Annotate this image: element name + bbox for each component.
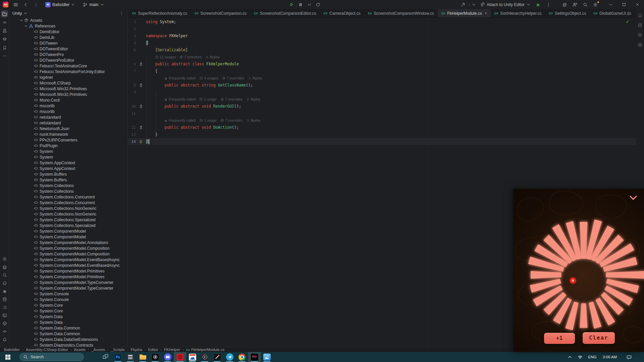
tree-item-System.Data.Common[interactable]: System.Data.Common [9, 325, 127, 331]
tab-SuperReflectionAnomaly.cs[interactable]: C#SuperReflectionAnomaly.cs [128, 9, 191, 17]
tree-item-System.Data.Common[interactable]: System.Data.Common [9, 331, 127, 337]
breadcrumb-item-Assembly-CSharp-Editor[interactable]: Assembly-CSharp-Editor [26, 348, 68, 352]
tree-item-System.ComponentModel[interactable]: System.ComponentModel [9, 228, 127, 234]
tree-item-DOTweenPro[interactable]: DOTweenPro [9, 52, 127, 57]
tree-item-System.Diagnostics.Contracts[interactable]: System.Diagnostics.Contracts [9, 342, 127, 347]
explorer-options-icon[interactable] [119, 11, 124, 16]
tree-item-System.Core[interactable]: System.Core [9, 302, 127, 308]
implementations-gutter-icon[interactable] [136, 126, 146, 129]
branch-selector[interactable]: main [83, 2, 104, 7]
tree-item-Microsoft.Win32.Primitives[interactable]: Microsoft.Win32.Primitives [9, 92, 127, 97]
taskbar-app-cpu-monitor[interactable] [186, 352, 199, 362]
taskbar-app-task-view[interactable] [99, 352, 112, 362]
chevron-down-icon[interactable] [19, 18, 23, 22]
taskbar-app-photos[interactable] [261, 352, 273, 362]
tree-item-System.ComponentModel.TypeConverter[interactable]: System.ComponentModel.TypeConverter [9, 285, 127, 291]
activity-run-icon[interactable] [1, 255, 8, 262]
tree-item-PsdPlugin[interactable]: PsdPlugin [9, 143, 127, 148]
breadcrumb-item-_Assets[interactable]: _Assets [91, 348, 105, 352]
taskbar-app-discord[interactable] [161, 352, 174, 362]
tree-item-System.Collections.Concurrent[interactable]: System.Collections.Concurrent [9, 194, 127, 200]
plus-one-button[interactable]: +1 [544, 333, 575, 344]
tree-item-System.Data[interactable]: System.Data [9, 319, 127, 325]
tree-item-DemiEditor[interactable]: DemiEditor [9, 29, 127, 35]
activity-terminal-icon[interactable] [1, 312, 8, 319]
right-nuget-box-icon[interactable] [637, 31, 644, 38]
activity-search-everywhere-icon[interactable] [1, 272, 8, 279]
tree-item-System.Buffers[interactable]: System.Buffers [9, 171, 127, 177]
tree-item-System.ComponentModel[interactable]: System.ComponentModel [9, 234, 127, 240]
tree-item-mscorlib[interactable]: mscorlib [9, 109, 127, 114]
code-line-11[interactable]: 11 [128, 110, 636, 117]
tree-item-System.ComponentModel.TypeConverter[interactable]: System.ComponentModel.TypeConverter [9, 280, 127, 285]
activity-project-folder-icon[interactable] [1, 10, 8, 17]
activity-structure-icon[interactable] [1, 27, 8, 34]
taskbar-app-rider[interactable]: RD [248, 352, 261, 362]
tree-item-DOTweenProEditor[interactable]: DOTweenProEditor [9, 57, 127, 63]
code-with-me-icon[interactable] [572, 2, 578, 7]
breadcrumb-item-BallsIdler[interactable]: BallsIdler [4, 348, 20, 352]
breadcrumb-item-_Scripts[interactable]: _Scripts [111, 348, 125, 352]
tab-SettingsObject.cs[interactable]: C#SettingsObject.cs [545, 9, 590, 17]
main-menu-icon[interactable] [13, 2, 18, 7]
activity-learn-icon[interactable] [1, 36, 8, 43]
tree-item-nunit.framework[interactable]: nunit.framework [9, 131, 127, 137]
hidden-icons-chevron-icon[interactable] [566, 352, 574, 362]
more-kebab-icon[interactable] [546, 2, 551, 7]
inlay-hint-row[interactable]: Frequently called1 usage7 overridesfkjah… [128, 96, 636, 103]
clear-button[interactable]: Clear [583, 332, 615, 344]
tree-item-Mono.Cecil[interactable]: Mono.Cecil [9, 97, 127, 103]
right-layers-icon[interactable] [637, 41, 644, 48]
project-selector[interactable]: BI BallsIdler [45, 2, 75, 7]
code-line-14[interactable]: 14} [128, 138, 636, 145]
tab-options-icon[interactable] [626, 11, 631, 16]
tree-item-System.Collections.NonGeneric[interactable]: System.Collections.NonGeneric [9, 205, 127, 211]
tree-item-Microsoft.Win32.Primitives[interactable]: Microsoft.Win32.Primitives [9, 86, 127, 92]
tree-item-System.Collections.Concurrent[interactable]: System.Collections.Concurrent [9, 200, 127, 205]
tree-item-DOTween[interactable]: DOTween [9, 40, 127, 46]
build-hammer-icon[interactable] [461, 2, 466, 7]
tree-item-netstandard[interactable]: netstandard [9, 114, 127, 120]
run-config-attach[interactable]: Attach to Unity Editor [477, 0, 533, 9]
tree-item-PPv2URPConverters[interactable]: PPv2URPConverters [9, 137, 127, 143]
language-indicator[interactable]: ENG [586, 352, 598, 362]
tree-item-Febucci.TextAnimatorForUnity.Editor[interactable]: Febucci.TextAnimatorForUnity.Editor [9, 69, 127, 74]
tree-item-DOTweenEditor[interactable]: DOTweenEditor [9, 46, 127, 52]
code-line-4[interactable]: 4{ [128, 40, 636, 47]
tab-ScreenshotCompanion.cs[interactable]: C#ScreenshotCompanion.cs [191, 9, 250, 17]
tree-item-Newtonsoft.Json[interactable]: Newtonsoft.Json [9, 126, 127, 131]
inlay-hint-row[interactable]: 12 usages7 inheritorsfkjaha [128, 54, 636, 61]
intention-bulb-icon[interactable] [136, 140, 146, 144]
forward-icon[interactable] [33, 2, 39, 7]
tree-item-System.Collections[interactable]: System.Collections [9, 188, 127, 194]
tree-item-System.Core[interactable]: System.Core [9, 308, 127, 314]
pause-icon[interactable] [298, 2, 303, 7]
ai-assistant-icon[interactable]: @ [562, 2, 567, 7]
tree-item-mscorlib[interactable]: mscorlib [9, 103, 127, 109]
tab-ScreenshotCompanionWindow.cs[interactable]: C#ScreenshotCompanionWindow.cs [364, 9, 438, 17]
code-line-10[interactable]: 10 public abstract void RenderGUI(); [128, 103, 636, 110]
tree-item-System[interactable]: System [9, 154, 127, 160]
breadcrumb-item-Assets[interactable]: Assets [74, 348, 86, 352]
explorer-header[interactable]: Unity [9, 9, 127, 17]
settings-gear-icon[interactable] [593, 2, 598, 7]
taskbar-app-opera[interactable] [174, 352, 186, 362]
activity-commit-icon[interactable] [1, 19, 8, 26]
collapse-chevron-icon[interactable] [629, 195, 637, 200]
search-everywhere-icon[interactable] [583, 2, 588, 7]
tree-item-Microsoft.CSharp[interactable]: Microsoft.CSharp [9, 80, 127, 86]
tab-ScreenshotCompanionEditor.cs[interactable]: C#ScreenshotCompanionEditor.cs [250, 9, 320, 17]
minimize-button[interactable] [604, 0, 617, 9]
tree-item-System.Data[interactable]: System.Data [9, 314, 127, 319]
breadcrumb-item-Editor[interactable]: Editor [148, 348, 158, 352]
tree-item-log4net[interactable]: log4net [9, 74, 127, 80]
tree-item-System.AppContext[interactable]: System.AppContext [9, 166, 127, 171]
inlay-hint-row[interactable]: Frequently called4 usages7 overridesfkja… [128, 75, 636, 82]
tree-item-System.ComponentModel.EventBasedAsync[interactable]: System.ComponentModel.EventBasedAsync [9, 257, 127, 262]
step-icon[interactable] [307, 2, 312, 7]
code-line-5[interactable]: 5 [Serializable] [128, 47, 636, 54]
tree-item-System.ComponentModel.Composition[interactable]: System.ComponentModel.Composition [9, 251, 127, 257]
notification-center-icon[interactable] [623, 352, 635, 362]
taskbar-search-input[interactable]: Search [19, 353, 84, 361]
activity-profiler-icon[interactable] [1, 263, 8, 270]
